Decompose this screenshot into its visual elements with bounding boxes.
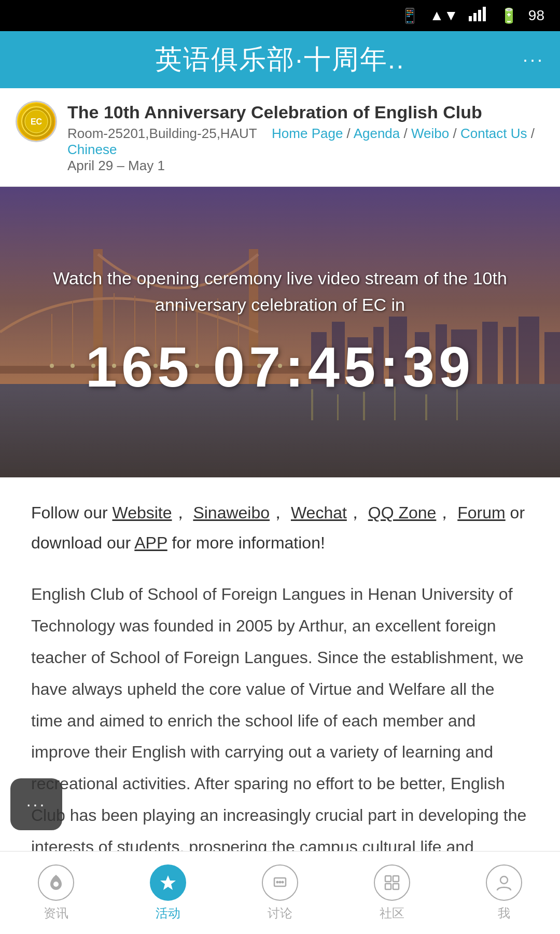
follow-label: Follow our [31, 503, 113, 522]
app-title: 英语俱乐部·十周年.. [155, 42, 404, 78]
float-menu-button[interactable]: ··· [10, 778, 62, 830]
activities-icon [150, 864, 186, 901]
community-icon [374, 864, 410, 901]
svg-rect-57 [385, 876, 391, 882]
countdown-timer: 165 07:45:39 [21, 334, 539, 400]
nav-contact[interactable]: Contact Us [460, 126, 527, 141]
forum-link[interactable]: Forum [457, 503, 505, 522]
tab-bar: 资讯 活动 讨论 社区 [0, 851, 560, 934]
phone-icon: 📱 [401, 7, 419, 24]
news-icon [38, 864, 74, 901]
follow-section: Follow our Website， Sinaweibo， Wechat， Q… [31, 498, 529, 558]
nav-chinese[interactable]: Chinese [67, 142, 117, 157]
club-date: April 29 – May 1 [67, 158, 544, 174]
wifi-icon: ▲▼ [429, 7, 458, 24]
club-header: EC The 10th Anniversary Celebration of E… [0, 88, 560, 187]
club-location: Room-25201,Building-25,HAUT [67, 126, 257, 141]
tab-me[interactable]: 我 [448, 851, 560, 934]
svg-text:EC: EC [31, 117, 43, 126]
club-name: The 10th Anniversary Celebration of Engl… [67, 101, 544, 123]
sinaweibo-link[interactable]: Sinaweibo [193, 503, 270, 522]
svg-rect-58 [393, 876, 399, 882]
main-content: Follow our Website， Sinaweibo， Wechat， Q… [0, 477, 560, 915]
signal-icon [469, 7, 489, 25]
tab-news-label: 资讯 [44, 905, 68, 922]
club-info: The 10th Anniversary Celebration of Engl… [67, 101, 544, 174]
svg-point-55 [279, 881, 282, 883]
more-menu-button[interactable]: ··· [523, 49, 544, 71]
hero-banner: Watch the opening ceremony live video st… [0, 187, 560, 477]
app-link[interactable]: APP [134, 533, 167, 552]
svg-point-56 [282, 881, 284, 883]
club-description: English Club of School of Foreign Langue… [31, 579, 529, 894]
follow-end: for more information! [172, 533, 325, 552]
tab-discuss-label: 讨论 [268, 905, 292, 922]
status-bar: 📱 ▲▼ 🔋 98 [0, 0, 560, 31]
svg-marker-52 [160, 875, 176, 890]
battery-level: 98 [528, 7, 544, 24]
discuss-icon [262, 864, 298, 901]
svg-rect-2 [478, 10, 481, 21]
svg-rect-59 [385, 884, 391, 889]
tab-activities-label: 活动 [156, 905, 180, 922]
hero-text: Watch the opening ceremony live video st… [0, 265, 560, 400]
svg-rect-1 [473, 13, 477, 21]
club-logo: EC [16, 101, 57, 142]
top-nav: 英语俱乐部·十周年.. ··· [0, 31, 560, 88]
nav-weibo[interactable]: Weibo [411, 126, 449, 141]
nav-homepage[interactable]: Home Page [272, 126, 343, 141]
svg-point-61 [500, 876, 508, 884]
hero-subtitle: Watch the opening ceremony live video st… [21, 265, 539, 318]
tab-community[interactable]: 社区 [336, 851, 448, 934]
svg-point-54 [276, 881, 279, 883]
tab-community-label: 社区 [380, 905, 404, 922]
tab-discuss[interactable]: 讨论 [224, 851, 336, 934]
svg-rect-60 [393, 884, 399, 889]
svg-rect-3 [483, 7, 486, 21]
club-logo-inner: EC [18, 103, 54, 140]
tab-activities[interactable]: 活动 [112, 851, 224, 934]
svg-point-51 [53, 882, 59, 887]
tab-news[interactable]: 资讯 [0, 851, 112, 934]
nav-agenda[interactable]: Agenda [354, 126, 400, 141]
float-menu-dots: ··· [26, 795, 47, 814]
battery-icon: 🔋 [500, 7, 518, 24]
wechat-link[interactable]: Wechat [291, 503, 347, 522]
svg-rect-0 [469, 16, 472, 21]
tab-me-label: 我 [498, 905, 510, 922]
website-link[interactable]: Website [113, 503, 172, 522]
me-icon [486, 864, 522, 901]
qq-zone-link[interactable]: QQ Zone [368, 503, 437, 522]
